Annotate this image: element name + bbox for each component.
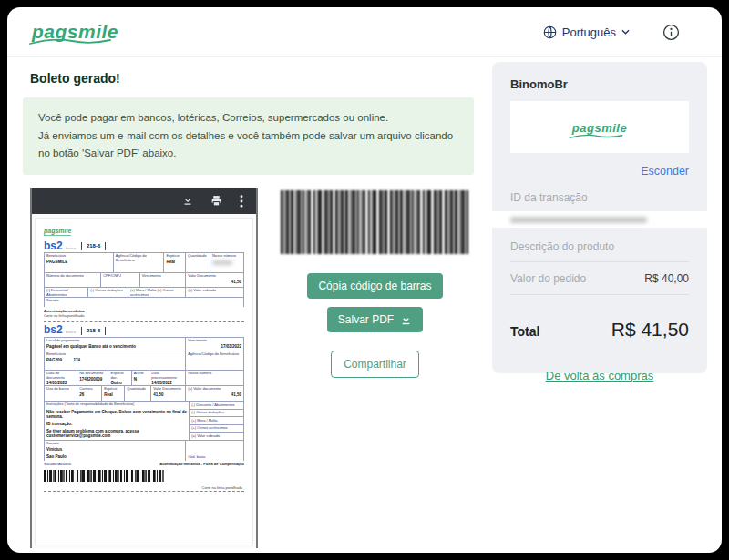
kebab-menu-icon[interactable] (240, 195, 243, 208)
language-selector[interactable]: Português (543, 25, 630, 39)
pagsmile-logo-small: pagsmile (572, 119, 627, 136)
transaction-id-label: ID da transação (510, 191, 689, 204)
boleto-bank-header-2: bs2 banco 218-6 (44, 326, 244, 335)
copy-barcode-label: Cópia código de barras (318, 280, 431, 292)
back-to-shopping-link[interactable]: De volta às compras (546, 369, 654, 382)
download-icon[interactable] (182, 195, 193, 207)
info-icon (662, 24, 680, 41)
bank-sub: banco (66, 246, 76, 250)
bank-code: 218-6 (81, 242, 106, 250)
order-value-row: Valor do pedido R$ 40,00 (510, 262, 689, 295)
main-content: Boleto gerado! Você pode pagar em bancos… (23, 64, 474, 548)
sacador-label: Sacador/Avalista (44, 463, 71, 467)
order-value: R$ 40,00 (644, 272, 689, 285)
merchant-name: BinomoBr (510, 77, 689, 91)
order-summary-sidebar: BinomoBr pagsmile Esconder ID da transaç… (492, 62, 707, 373)
language-label: Português (562, 25, 616, 39)
total-label: Total (510, 324, 539, 339)
pdf-viewer[interactable]: pagsmile bs2 banco 218-6 BeneficiárioPAG… (30, 188, 258, 548)
logo-swoosh (569, 133, 623, 140)
bank-logo: bs2 (44, 239, 63, 252)
corte-label-1: Corte na linha pontilhada (44, 314, 244, 319)
copy-barcode-button[interactable]: Cópia código de barras (307, 273, 442, 299)
info-button[interactable] (662, 24, 680, 41)
notice-line-2: Já enviamos um e-mail com os detalhes e … (38, 127, 458, 163)
download-icon (400, 313, 412, 326)
print-icon[interactable] (210, 195, 222, 207)
pagsmile-logo: pagsmile (32, 21, 118, 43)
save-pdf-button[interactable]: Salvar PDF (327, 307, 423, 332)
page-card: pagsmile Português Boleto gerado! (7, 7, 722, 553)
header: pagsmile Português (7, 7, 722, 57)
share-label: Compartilhar (344, 358, 406, 371)
hide-link[interactable]: Esconder (510, 165, 689, 178)
transaction-id-value-redacted (492, 211, 707, 228)
barcode-image (281, 190, 469, 254)
autenticacao-label-2: Autenticação mecânica - Ficha de Compens… (159, 463, 244, 467)
merchant-logo-box: pagsmile (510, 101, 689, 153)
logo-swoosh (28, 36, 112, 47)
notice-line-1: Você pode pagar em bancos, lotéricas, Co… (38, 109, 458, 127)
page-title: Boleto gerado! (30, 71, 474, 86)
payment-notice: Você pode pagar em bancos, lotéricas, Co… (23, 97, 474, 175)
order-value-label: Valor do pedido (510, 272, 586, 285)
boleto-barcode (44, 470, 164, 482)
globe-icon (543, 25, 557, 39)
boleto-bank-header-1: bs2 banco 218-6 (44, 242, 244, 251)
boleto-pagsmile-logo: pagsmile (44, 228, 71, 236)
share-button[interactable]: Compartilhar (331, 351, 419, 378)
total-value: R$ 41,50 (611, 319, 689, 341)
boleto-document: pagsmile bs2 banco 218-6 BeneficiárioPAG… (35, 218, 253, 545)
corte-label-2: Corte na linha pontilhada (44, 484, 244, 493)
total-row: Total R$ 41,50 (510, 319, 689, 341)
chevron-down-icon (621, 29, 630, 35)
back-to-shopping: De volta às compras (510, 367, 689, 383)
save-pdf-label: Salvar PDF (338, 313, 394, 326)
product-description-label: Descrição do produto (510, 240, 689, 262)
actions-column: Cópia código de barras Salvar PDF Compar… (281, 188, 469, 548)
pdf-toolbar (32, 188, 256, 214)
